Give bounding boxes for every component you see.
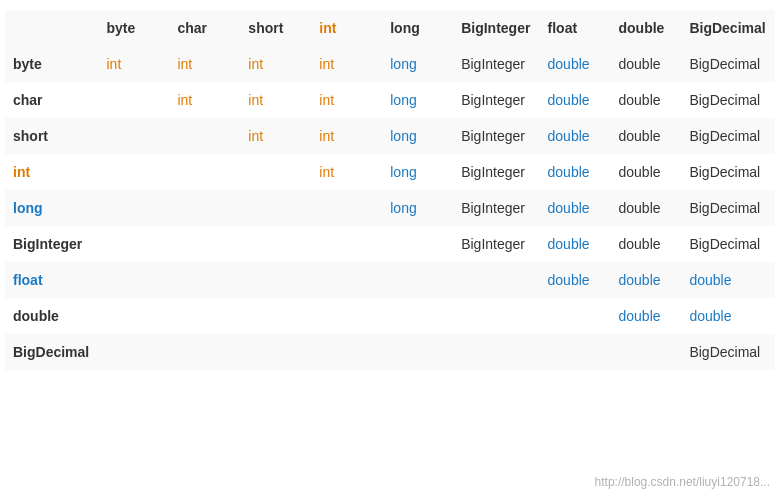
cell-6-4 (382, 262, 453, 298)
table-container: bytecharshortintlongBigIntegerfloatdoubl… (0, 0, 780, 380)
row-label-4: long (5, 190, 98, 226)
cell-2-7: double (610, 118, 681, 154)
table-row: shortintintlongBigIntegerdoubledoubleBig… (5, 118, 775, 154)
cell-3-8: BigDecimal (681, 154, 775, 190)
row-label-8: BigDecimal (5, 334, 98, 370)
cell-7-3 (311, 298, 382, 334)
cell-1-2: int (240, 82, 311, 118)
table-row: intintlongBigIntegerdoubledoubleBigDecim… (5, 154, 775, 190)
cell-7-1 (169, 298, 240, 334)
column-header-1: byte (98, 10, 169, 46)
cell-4-6: double (540, 190, 611, 226)
cell-2-5: BigInteger (453, 118, 539, 154)
cell-2-3: int (311, 118, 382, 154)
table-row: BigIntegerBigIntegerdoubledoubleBigDecim… (5, 226, 775, 262)
column-header-3: short (240, 10, 311, 46)
table-row: BigDecimalBigDecimal (5, 334, 775, 370)
cell-8-5 (453, 334, 539, 370)
cell-0-4: long (382, 46, 453, 82)
row-label-7: double (5, 298, 98, 334)
cell-8-1 (169, 334, 240, 370)
cell-0-7: double (610, 46, 681, 82)
cell-4-8: BigDecimal (681, 190, 775, 226)
cell-5-1 (169, 226, 240, 262)
cell-3-7: double (610, 154, 681, 190)
cell-3-1 (169, 154, 240, 190)
row-label-5: BigInteger (5, 226, 98, 262)
cell-6-5 (453, 262, 539, 298)
cell-7-6 (540, 298, 611, 334)
cell-3-5: BigInteger (453, 154, 539, 190)
cell-6-8: double (681, 262, 775, 298)
cell-4-3 (311, 190, 382, 226)
cell-1-3: int (311, 82, 382, 118)
cell-4-0 (98, 190, 169, 226)
cell-1-7: double (610, 82, 681, 118)
cell-3-4: long (382, 154, 453, 190)
cell-5-3 (311, 226, 382, 262)
row-label-1: char (5, 82, 98, 118)
cell-1-8: BigDecimal (681, 82, 775, 118)
cell-7-0 (98, 298, 169, 334)
cell-0-2: int (240, 46, 311, 82)
cell-8-3 (311, 334, 382, 370)
column-header-2: char (169, 10, 240, 46)
table-row: charintintintlongBigIntegerdoubledoubleB… (5, 82, 775, 118)
cell-5-4 (382, 226, 453, 262)
cell-3-6: double (540, 154, 611, 190)
type-promotion-table: bytecharshortintlongBigIntegerfloatdoubl… (5, 10, 775, 370)
cell-8-6 (540, 334, 611, 370)
column-header-4: int (311, 10, 382, 46)
cell-8-0 (98, 334, 169, 370)
cell-5-7: double (610, 226, 681, 262)
cell-2-2: int (240, 118, 311, 154)
cell-2-6: double (540, 118, 611, 154)
cell-6-0 (98, 262, 169, 298)
cell-4-5: BigInteger (453, 190, 539, 226)
cell-7-4 (382, 298, 453, 334)
cell-4-7: double (610, 190, 681, 226)
column-header-5: long (382, 10, 453, 46)
column-header-7: float (540, 10, 611, 46)
cell-6-6: double (540, 262, 611, 298)
cell-4-2 (240, 190, 311, 226)
cell-4-4: long (382, 190, 453, 226)
column-header-8: double (610, 10, 681, 46)
cell-1-0 (98, 82, 169, 118)
row-label-2: short (5, 118, 98, 154)
cell-8-2 (240, 334, 311, 370)
cell-8-7 (610, 334, 681, 370)
cell-5-6: double (540, 226, 611, 262)
cell-7-7: double (610, 298, 681, 334)
cell-7-2 (240, 298, 311, 334)
table-row: longlongBigIntegerdoubledoubleBigDecimal (5, 190, 775, 226)
cell-3-0 (98, 154, 169, 190)
cell-6-3 (311, 262, 382, 298)
table-row: floatdoubledoubledouble (5, 262, 775, 298)
cell-1-1: int (169, 82, 240, 118)
cell-2-8: BigDecimal (681, 118, 775, 154)
cell-2-0 (98, 118, 169, 154)
cell-0-5: BigInteger (453, 46, 539, 82)
cell-5-2 (240, 226, 311, 262)
cell-2-4: long (382, 118, 453, 154)
cell-1-6: double (540, 82, 611, 118)
row-label-6: float (5, 262, 98, 298)
cell-4-1 (169, 190, 240, 226)
cell-0-6: double (540, 46, 611, 82)
cell-0-8: BigDecimal (681, 46, 775, 82)
cell-3-2 (240, 154, 311, 190)
table-row: doubledoubledouble (5, 298, 775, 334)
cell-3-3: int (311, 154, 382, 190)
cell-7-8: double (681, 298, 775, 334)
cell-8-4 (382, 334, 453, 370)
column-header-9: BigDecimal (681, 10, 775, 46)
cell-5-8: BigDecimal (681, 226, 775, 262)
column-header-6: BigInteger (453, 10, 539, 46)
cell-6-2 (240, 262, 311, 298)
cell-0-3: int (311, 46, 382, 82)
column-header-0 (5, 10, 98, 46)
row-label-0: byte (5, 46, 98, 82)
cell-5-5: BigInteger (453, 226, 539, 262)
cell-6-1 (169, 262, 240, 298)
